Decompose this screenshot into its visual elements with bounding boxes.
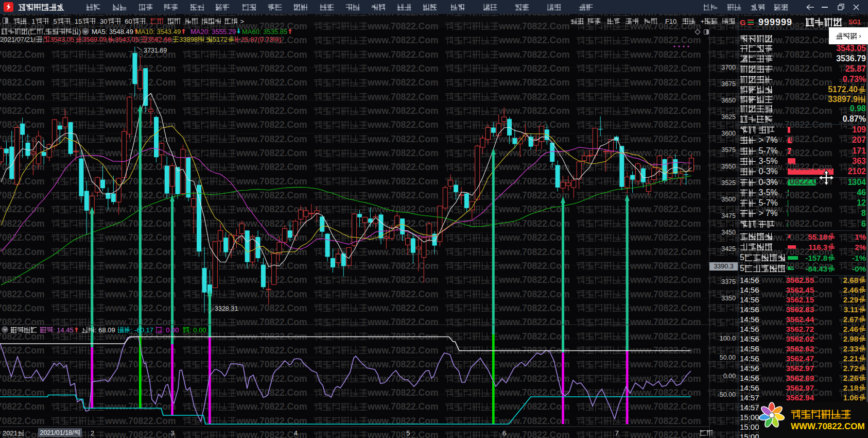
- svg-text:3328.31: 3328.31: [215, 305, 238, 312]
- svg-text:3731.69: 3731.69: [144, 47, 167, 54]
